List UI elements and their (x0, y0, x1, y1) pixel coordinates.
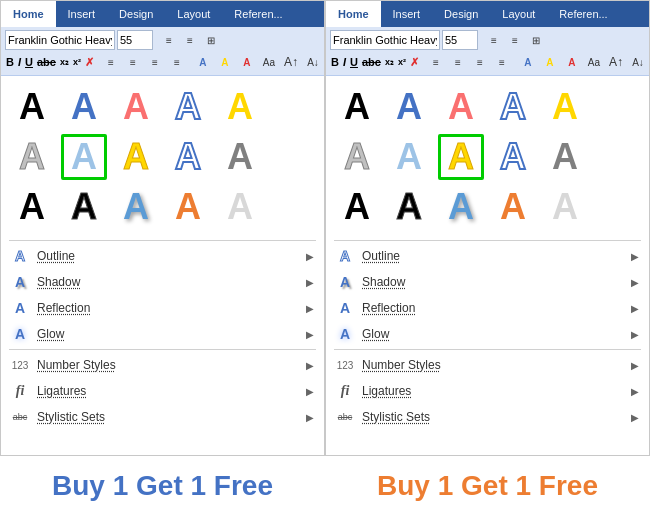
highlight-btn-right[interactable]: A (540, 52, 560, 72)
wordart-cell-left-2-1[interactable]: A (9, 134, 55, 180)
underline-btn-right[interactable]: U (349, 52, 359, 72)
text-size-btn-left[interactable]: Aa (259, 52, 279, 72)
font-size-left[interactable] (117, 30, 153, 50)
wordart-cell-right-2-2[interactable]: A (386, 134, 432, 180)
font-color2-left[interactable]: A (237, 52, 257, 72)
shrink-btn-right[interactable]: A↓ (628, 52, 648, 72)
tab-layout-left[interactable]: Layout (165, 1, 222, 27)
align-right-btn[interactable]: ≡ (145, 52, 165, 72)
wordart-cell-left-3-5[interactable]: A (217, 184, 263, 230)
list-btn-2-left[interactable]: ≡ (180, 30, 200, 50)
tab-referen-left[interactable]: Referen... (222, 1, 294, 27)
left-menu-number-styles[interactable]: 123 Number Styles ▶ (1, 352, 324, 378)
wordart-cell-left-3-2[interactable]: A (61, 184, 107, 230)
wordart-cell-right-1-1[interactable]: A (334, 84, 380, 130)
wordart-cell-right-3-1[interactable]: A (334, 184, 380, 230)
wordart-cell-right-3-4[interactable]: A (490, 184, 536, 230)
bold-btn-left[interactable]: B (5, 52, 15, 72)
wordart-cell-left-2-2[interactable]: A (61, 134, 107, 180)
right-menu-outline[interactable]: A Outline ▶ (326, 243, 649, 269)
align-left-btn-right[interactable]: ≡ (426, 52, 446, 72)
list-btn-2-right[interactable]: ≡ (505, 30, 525, 50)
wordart-cell-right-3-3[interactable]: A (438, 184, 484, 230)
wordart-cell-left-2-4[interactable]: A (165, 134, 211, 180)
wordart-cell-right-2-5[interactable]: A (542, 134, 588, 180)
right-menu-stylistic[interactable]: abc Stylistic Sets ▶ (326, 404, 649, 430)
wordart-cell-right-1-3[interactable]: A (438, 84, 484, 130)
clear-btn-left[interactable]: ✗ (84, 52, 95, 72)
right-menu-shadow[interactable]: A Shadow ▶ (326, 269, 649, 295)
left-menu-ligatures[interactable]: fi Ligatures ▶ (1, 378, 324, 404)
font-color-A-left[interactable]: A (193, 52, 213, 72)
align-right-btn-right[interactable]: ≡ (470, 52, 490, 72)
font-color-A-right[interactable]: A (518, 52, 538, 72)
left-menu-glow[interactable]: A Glow ▶ (1, 321, 324, 347)
font-name-right[interactable] (330, 30, 440, 50)
grow-btn-left[interactable]: A↑ (281, 52, 301, 72)
subscript-btn-right[interactable]: x₂ (384, 52, 395, 72)
right-menu-glow[interactable]: A Glow ▶ (326, 321, 649, 347)
underline-btn-left[interactable]: U (24, 52, 34, 72)
wordart-cell-right-2-1[interactable]: A (334, 134, 380, 180)
left-menu-reflection[interactable]: A Reflection ▶ (1, 295, 324, 321)
tab-layout-right[interactable]: Layout (490, 1, 547, 27)
right-menu-ligatures[interactable]: fi Ligatures ▶ (326, 378, 649, 404)
wordart-cell-right-1-4[interactable]: A (490, 84, 536, 130)
wordart-cell-left-3-1[interactable]: A (9, 184, 55, 230)
tab-referen-right[interactable]: Referen... (547, 1, 619, 27)
grow-btn-right[interactable]: A↑ (606, 52, 626, 72)
right-menu-reflection[interactable]: A Reflection ▶ (326, 295, 649, 321)
tab-insert-left[interactable]: Insert (56, 1, 108, 27)
superscript-btn-right[interactable]: x² (397, 52, 407, 72)
list-btn-3-left[interactable]: ⊞ (201, 30, 221, 50)
tab-insert-right[interactable]: Insert (381, 1, 433, 27)
wordart-cell-left-1-4[interactable]: A (165, 84, 211, 130)
align-center-btn[interactable]: ≡ (123, 52, 143, 72)
strikethrough-btn-right[interactable]: abc (361, 52, 382, 72)
wordart-cell-left-3-3[interactable]: A (113, 184, 159, 230)
wordart-cell-left-2-5[interactable]: A (217, 134, 263, 180)
superscript-btn-left[interactable]: x² (72, 52, 82, 72)
italic-btn-right[interactable]: I (342, 52, 347, 72)
wordart-cell-left-1-5[interactable]: A (217, 84, 263, 130)
justify-btn[interactable]: ≡ (167, 52, 187, 72)
text-size-btn-right[interactable]: Aa (584, 52, 604, 72)
highlight-btn-left[interactable]: A (215, 52, 235, 72)
strikethrough-btn-left[interactable]: abc (36, 52, 57, 72)
tab-home-left[interactable]: Home (1, 1, 56, 27)
wordart-cell-left-1-1[interactable]: A (9, 84, 55, 130)
right-toolbar-row2: B I U abc x₂ x² ✗ ≡ ≡ ≡ ≡ A A A Aa (330, 52, 645, 72)
wordart-cell-left-2-3[interactable]: A (113, 134, 159, 180)
right-menu-number-styles[interactable]: 123 Number Styles ▶ (326, 352, 649, 378)
justify-btn-right[interactable]: ≡ (492, 52, 512, 72)
wordart-cell-right-2-4[interactable]: A (490, 134, 536, 180)
list-btn-1-left[interactable]: ≡ (159, 30, 179, 50)
wordart-cell-left-1-2[interactable]: A (61, 84, 107, 130)
wordart-cell-right-3-5[interactable]: A (542, 184, 588, 230)
left-menu-stylistic[interactable]: abc Stylistic Sets ▶ (1, 404, 324, 430)
list-btn-3-right[interactable]: ⊞ (526, 30, 546, 50)
list-btn-1-right[interactable]: ≡ (484, 30, 504, 50)
wordart-cell-left-3-4[interactable]: A (165, 184, 211, 230)
wordart-cell-right-1-2[interactable]: A (386, 84, 432, 130)
tab-home-right[interactable]: Home (326, 1, 381, 27)
tab-design-left[interactable]: Design (107, 1, 165, 27)
clear-btn-right[interactable]: ✗ (409, 52, 420, 72)
align-left-btn[interactable]: ≡ (101, 52, 121, 72)
left-menu-shadow[interactable]: A Shadow ▶ (1, 269, 324, 295)
align-center-btn-right[interactable]: ≡ (448, 52, 468, 72)
font-name-left[interactable] (5, 30, 115, 50)
wordart-cell-right-3-2[interactable]: A (386, 184, 432, 230)
subscript-btn-left[interactable]: x₂ (59, 52, 70, 72)
italic-btn-left[interactable]: I (17, 52, 22, 72)
shrink-btn-left[interactable]: A↓ (303, 52, 323, 72)
left-menu-outline[interactable]: A Outline ▶ (1, 243, 324, 269)
wordart-letter: A (19, 89, 45, 125)
bold-btn-right[interactable]: B (330, 52, 340, 72)
tab-design-right[interactable]: Design (432, 1, 490, 27)
font-color2-right[interactable]: A (562, 52, 582, 72)
wordart-cell-left-1-3[interactable]: A (113, 84, 159, 130)
font-size-right[interactable] (442, 30, 478, 50)
wordart-cell-right-2-3[interactable]: A (438, 134, 484, 180)
wordart-cell-right-1-5[interactable]: A (542, 84, 588, 130)
